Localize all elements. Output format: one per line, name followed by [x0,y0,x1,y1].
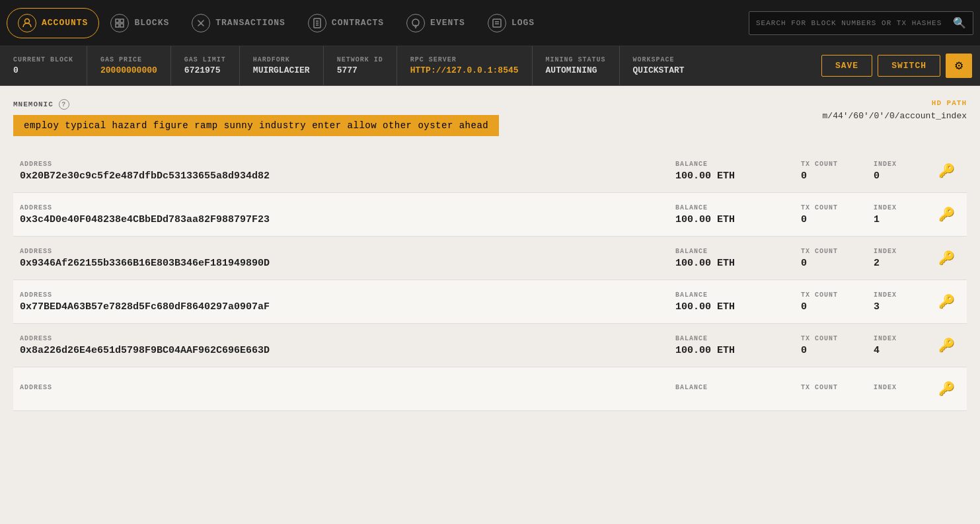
account-balance-section: BALANCE 100.00 ETH [675,335,794,356]
gas-limit-value: 6721975 [184,65,226,75]
address-label: ADDRESS [20,291,669,299]
gas-price-value: 20000000000 [100,65,157,75]
switch-button[interactable]: SWITCH [878,55,940,77]
account-key-icon[interactable]: 🔑 [933,247,960,269]
mnemonic-help-icon[interactable]: ? [59,99,69,110]
status-bar: CURRENT BLOCK 0 GAS PRICE 20000000000 GA… [0,46,980,86]
network-id-label: NETWORK ID [337,56,383,63]
mnemonic-label-row: MNEMONIC ? [13,99,823,110]
account-address: 0x20B72e30c9c5f2e487dfbDc53133655a8d934d… [20,170,669,182]
gas-limit-label: GAS LIMIT [184,56,226,63]
accounts-icon [18,14,36,32]
account-balance-section: BALANCE 100.00 ETH [675,204,794,225]
hardfork-value: MUIRGLACIER [253,65,310,75]
mnemonic-phrase: employ typical hazard figure ramp sunny … [13,115,499,136]
account-index-section: INDEX 2 [874,248,926,269]
nav-blocks[interactable]: BLOCKS [99,8,180,38]
statusbar-actions: SAVE SWITCH ⚙ [813,46,980,85]
nav-contracts[interactable]: CONTRACTS [297,8,395,38]
balance-label: BALANCE [675,204,794,211]
address-label: ADDRESS [20,161,669,168]
account-index: 0 [874,170,926,182]
account-balance: 100.00 ETH [675,301,794,313]
search-bar[interactable]: 🔍 [749,11,973,35]
logs-icon [488,14,506,32]
svg-rect-11 [493,19,501,27]
txcount-label: TX COUNT [801,161,867,168]
blocks-icon [110,14,129,32]
account-row: ADDRESS 0x20B72e30c9c5f2e487dfbDc5313365… [13,149,967,193]
address-label: ADDRESS [20,248,669,255]
save-button[interactable]: SAVE [821,55,872,77]
account-key-icon[interactable]: 🔑 [933,204,960,225]
account-key-icon[interactable]: 🔑 [933,291,960,313]
account-key-icon[interactable]: 🔑 [933,378,960,400]
account-row: ADDRESS 0x3c4D0e40F048238e4CBbEDd783aa82… [13,193,967,237]
account-balance-section: BALANCE 100.00 ETH [675,291,794,313]
account-balance-section: BALANCE 100.00 ETH [675,248,794,269]
mnemonic-left: MNEMONIC ? employ typical hazard figure … [13,99,823,136]
balance-label: BALANCE [675,335,794,342]
account-txcount: 0 [801,170,867,182]
account-txcount: 0 [801,214,867,225]
txcount-label: TX COUNT [801,335,867,342]
txcount-label: TX COUNT [801,384,867,391]
account-address-section: ADDRESS 0x9346Af262155b3366B16E803B346eF… [20,248,669,269]
account-index: 3 [874,301,926,313]
address-label: ADDRESS [20,384,669,391]
gas-limit-item: GAS LIMIT 6721975 [171,46,240,85]
account-txcount: 0 [801,258,867,269]
index-label: INDEX [874,335,926,342]
nav-transactions[interactable]: TRANSACTIONS [180,8,297,38]
index-label: INDEX [874,291,926,299]
account-key-icon[interactable]: 🔑 [933,160,960,182]
account-index: 1 [874,214,926,225]
settings-button[interactable]: ⚙ [946,54,972,78]
balance-label: BALANCE [675,161,794,168]
network-id-value: 5777 [337,65,383,75]
nav-events-label: EVENTS [430,18,465,28]
txcount-label: TX COUNT [801,204,867,211]
balance-label: BALANCE [675,248,794,255]
svg-rect-2 [120,19,124,22]
hardfork-item: HARDFORK MUIRGLACIER [240,46,324,85]
search-input[interactable] [756,19,949,27]
hardfork-label: HARDFORK [253,56,310,63]
balance-label: BALANCE [675,384,794,391]
txcount-label: TX COUNT [801,291,867,299]
mining-status-label: MINING STATUS [546,56,606,63]
main-content: MNEMONIC ? employ typical hazard figure … [0,86,980,524]
rpc-server-value: HTTP://127.0.0.1:8545 [410,65,519,75]
gas-price-label: GAS PRICE [100,56,157,63]
account-address-section: ADDRESS 0x77BED4A63B57e7828d5Fc680dF8640… [20,291,669,313]
current-block-label: CURRENT BLOCK [13,56,73,63]
search-icon: 🔍 [953,17,966,30]
events-icon [406,14,425,32]
nav-events[interactable]: EVENTS [395,8,476,38]
account-txcount-section: TX COUNT 0 [801,291,867,313]
account-balance: 100.00 ETH [675,258,794,269]
network-id-item: NETWORK ID 5777 [324,46,397,85]
account-key-icon[interactable]: 🔑 [933,334,960,356]
account-index-section: INDEX 1 [874,204,926,225]
current-block-item: CURRENT BLOCK 0 [0,46,87,85]
mnemonic-label-text: MNEMONIC [13,100,54,108]
account-balance: 100.00 ETH [675,170,794,182]
nav-logs[interactable]: LOGS [476,8,546,38]
account-balance-section: BALANCE 100.00 ETH [675,161,794,182]
account-index-section: INDEX [874,384,926,394]
account-index-section: INDEX 3 [874,291,926,313]
account-index: 2 [874,258,926,269]
account-address: 0x9346Af262155b3366B16E803B346eF18194989… [20,258,669,269]
account-index: 4 [874,345,926,356]
account-address: 0x3c4D0e40F048238e4CBbEDd783aa82F988797F… [20,214,669,225]
account-address-section: ADDRESS 0x3c4D0e40F048238e4CBbEDd783aa82… [20,204,669,225]
nav-logs-label: LOGS [511,18,535,28]
account-txcount: 0 [801,345,867,356]
gas-price-item: GAS PRICE 20000000000 [87,46,171,85]
nav-accounts[interactable]: ACCOUNTS [7,8,99,38]
account-txcount-section: TX COUNT 0 [801,335,867,356]
address-label: ADDRESS [20,335,669,342]
txcount-label: TX COUNT [801,248,867,255]
contracts-icon [308,14,326,32]
